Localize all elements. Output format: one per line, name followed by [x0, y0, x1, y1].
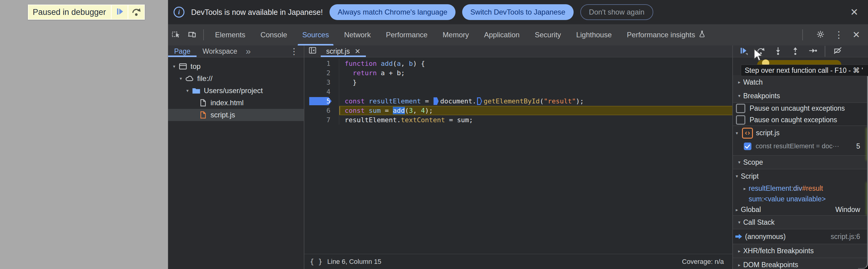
resume-script-button[interactable] [112, 5, 127, 19]
code-line-3[interactable]: 3 } [304, 78, 732, 87]
checkbox-row[interactable]: Pause on caught exceptions [733, 114, 868, 126]
toggle-device-toolbar-button[interactable] [184, 24, 199, 46]
expand-arrow-icon[interactable]: ▸ [733, 207, 741, 213]
expand-arrow-icon[interactable]: ▾ [735, 93, 743, 99]
inline-breakpoint-center [478, 98, 481, 104]
expand-arrow-icon[interactable]: ▾ [170, 64, 178, 69]
code-token: , [413, 107, 421, 114]
tab-memory[interactable]: Memory [435, 24, 477, 46]
breakpoint-file-group[interactable]: ▾script.js [733, 126, 868, 140]
scope-property-resultElement[interactable]: ▸resultElement: div#result [733, 183, 868, 194]
inspect-element-button[interactable] [168, 24, 184, 46]
tab-performance-insights[interactable]: Performance insights [619, 24, 714, 46]
tree-item-script-js[interactable]: script.js [168, 109, 304, 121]
code-line-content[interactable]: return a + b; [339, 68, 732, 78]
expand-arrow-icon[interactable]: ▾ [733, 130, 741, 136]
scope-category-value: Window [835, 206, 868, 214]
scope-category-global[interactable]: ▸GlobalWindow [733, 204, 868, 216]
section-xhr-fetch-breakpoints[interactable]: ▸XHR/fetch Breakpoints [733, 244, 868, 258]
section-dom-breakpoints[interactable]: ▸DOM Breakpoints [733, 258, 868, 269]
code-line-content[interactable] [339, 87, 732, 97]
code-line-content[interactable]: const resultElement = document.getElemen… [339, 97, 732, 106]
scope-property-sum[interactable]: sum: <value unavailable> [733, 194, 868, 204]
file-tab-scriptjs[interactable]: script.js ✕ [321, 46, 366, 57]
pretty-print-icon[interactable]: { } [310, 258, 322, 266]
step-button[interactable] [804, 46, 821, 57]
tree-item-index-html[interactable]: index.html [168, 97, 304, 109]
step-out-button[interactable] [786, 46, 804, 57]
tab-elements[interactable]: Elements [208, 24, 253, 46]
deactivate-breakpoints-button[interactable] [829, 46, 846, 57]
tab-console[interactable]: Console [253, 24, 295, 46]
expand-arrow-icon[interactable]: ▾ [733, 173, 741, 179]
expand-arrow-icon[interactable]: ▾ [177, 76, 184, 81]
section-watch[interactable]: ▸Watch [733, 75, 868, 89]
code-line-7[interactable]: 7resultElement.textContent = sum; [304, 115, 732, 125]
expand-arrow-icon[interactable]: ▾ [184, 88, 191, 93]
code-line-2[interactable]: 2 return a + b; [304, 68, 732, 78]
tab-network[interactable]: Network [337, 24, 378, 46]
section-scope[interactable]: ▾Scope [733, 156, 868, 169]
gutter-line-3[interactable]: 3 [304, 78, 339, 87]
call-stack-frame[interactable]: (anonymous)script.js:6 [733, 229, 868, 244]
code-line-content[interactable]: resultElement.textContent = sum; [339, 115, 732, 125]
gutter-line-1[interactable]: 1 [304, 59, 339, 68]
tab-application[interactable]: Application [476, 24, 527, 46]
code-line-content[interactable]: } [339, 78, 732, 87]
code-line-5[interactable]: 5const resultElement = document.getEleme… [304, 97, 732, 106]
expand-arrow-icon[interactable]: ▾ [735, 220, 743, 225]
gutter-line-7[interactable]: 7 [304, 115, 339, 125]
gutter-line-4[interactable]: 4 [304, 87, 339, 97]
checkbox[interactable] [736, 104, 745, 113]
resume-button[interactable] [735, 46, 752, 57]
code-editor[interactable]: 1function add(a, b) {2 return a + b;3 }4… [304, 57, 732, 254]
expand-arrow-icon[interactable]: ▸ [735, 79, 743, 85]
infobar-action-button-0[interactable]: Always match Chrome's language [330, 4, 456, 20]
dont-show-again-button[interactable]: Don't show again [580, 4, 653, 20]
breakpoint-checkbox[interactable] [744, 142, 751, 150]
code-token [365, 107, 369, 114]
inline-breakpoint-hollow-icon[interactable] [477, 97, 482, 105]
tab-security[interactable]: Security [527, 24, 569, 46]
code-line-content[interactable]: function add(a, b) { [339, 59, 732, 68]
sidebar-tab-workspace[interactable]: Workspace [196, 46, 244, 57]
gutter-line-5[interactable]: 5 [304, 97, 339, 106]
tab-sources[interactable]: Sources [295, 24, 337, 46]
code-token [345, 69, 353, 77]
expand-arrow-icon[interactable]: ▸ [741, 186, 749, 191]
tree-item-top[interactable]: ▾top [168, 60, 304, 73]
close-tab-icon[interactable]: ✕ [355, 47, 361, 55]
close-devtools-button[interactable]: ✕ [852, 30, 860, 39]
code-line-1[interactable]: 1function add(a, b) { [304, 59, 732, 68]
step-over-button-banner[interactable] [128, 5, 144, 19]
step-into-button[interactable] [769, 46, 786, 57]
infobar-action-button-1[interactable]: Switch DevTools to Japanese [462, 4, 574, 20]
more-options-button[interactable]: ⋮ [834, 30, 843, 39]
gutter-line-2[interactable]: 2 [304, 68, 339, 78]
checkbox-row[interactable]: Pause on uncaught exceptions [733, 103, 868, 114]
collapse-sidebar-button[interactable] [304, 46, 321, 57]
settings-button[interactable] [816, 29, 825, 41]
breakpoint-entry[interactable]: const resultElement = doc···5 [733, 140, 868, 152]
infobar-close-icon[interactable]: ✕ [850, 6, 863, 18]
section-breakpoints[interactable]: ▾Breakpoints [733, 89, 868, 103]
expand-arrow-icon[interactable]: ▸ [735, 262, 743, 268]
checkbox[interactable] [736, 115, 745, 125]
tab-performance[interactable]: Performance [378, 24, 435, 46]
gutter-line-6[interactable]: 6 [304, 106, 339, 115]
scope-category-script[interactable]: ▾Script [733, 169, 868, 183]
tab-lighthouse[interactable]: Lighthouse [568, 24, 619, 46]
section-call-stack[interactable]: ▾Call Stack [733, 216, 868, 229]
sidebar-tab-page[interactable]: Page [168, 46, 196, 57]
expand-arrow-icon[interactable]: ▾ [735, 160, 743, 165]
inline-breakpoint-filled-icon[interactable] [433, 97, 438, 105]
code-line-6[interactable]: 6const sum = add(3, 4); [304, 106, 732, 115]
code-line-content[interactable]: const sum = add(3, 4); [339, 106, 732, 115]
expand-arrow-icon[interactable]: ▸ [735, 248, 743, 254]
more-tabs-button[interactable]: » [243, 46, 253, 57]
folder-icon [191, 86, 202, 95]
tree-item-users-user-project[interactable]: ▾Users/user/project [168, 85, 304, 97]
sidebar-menu-button[interactable]: ⋮ [290, 46, 304, 57]
tree-item-file-[interactable]: ▾file:// [168, 73, 304, 85]
code-line-4[interactable]: 4 [304, 87, 732, 97]
